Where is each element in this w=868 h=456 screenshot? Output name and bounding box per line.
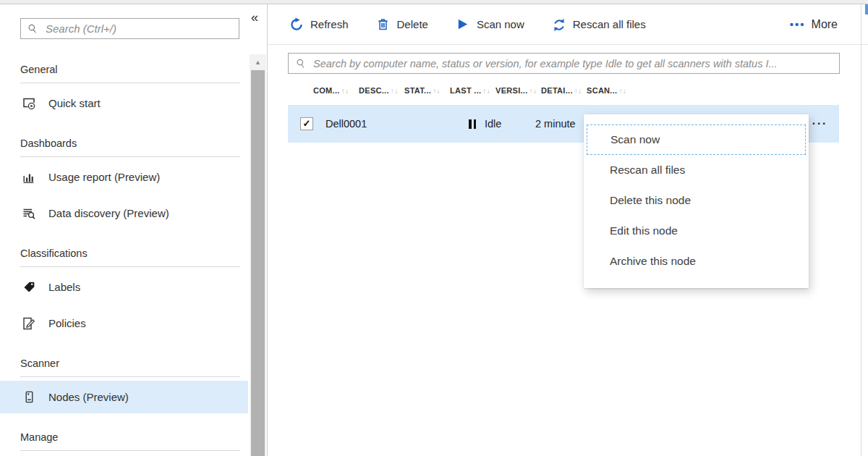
sort-icon: ↑↓ — [618, 87, 626, 95]
play-icon — [456, 17, 470, 32]
more-label: More — [812, 18, 838, 31]
scrollbar-up-icon[interactable]: ▲ — [250, 54, 266, 69]
sidebar-item-label: Policies — [48, 317, 86, 329]
sidebar-item-usage-report[interactable]: Usage report (Preview) — [0, 161, 248, 193]
more-button[interactable]: ••• More — [790, 18, 868, 31]
menu-item-archive-this-node[interactable]: Archive this node — [584, 246, 809, 276]
rescan-all-files-label: Rescan all files — [573, 18, 646, 30]
search-icon — [27, 23, 38, 35]
cell-status: Idle — [469, 105, 501, 143]
menu-item-rescan-all-files[interactable]: Rescan all files — [584, 155, 809, 185]
divider — [20, 266, 240, 267]
scan-now-button[interactable]: Scan now — [456, 17, 524, 32]
row-checkbox[interactable]: ✓ — [300, 117, 313, 130]
sidebar-item-labels[interactable]: Labels — [0, 271, 248, 303]
aip-portal-page: « General Quick start Dashboar — [0, 0, 868, 456]
row-more-icon[interactable]: ··· — [812, 105, 827, 143]
column-header-last-scanned[interactable]: LAST ...↑↓ — [450, 86, 495, 95]
column-header-status[interactable]: STAT...↑↓ — [404, 86, 450, 95]
context-menu: Scan now Rescan all files Delete this no… — [584, 114, 809, 288]
delete-label: Delete — [397, 18, 428, 30]
sort-icon: ↑↓ — [482, 87, 490, 95]
scrollbar-thumb[interactable] — [251, 70, 265, 456]
refresh-icon — [289, 17, 304, 32]
sidebar-collapse-icon[interactable]: « — [251, 11, 258, 24]
sidebar-search-input[interactable] — [44, 22, 233, 35]
table-filter-search-box[interactable] — [288, 53, 840, 74]
cell-last-scanned: 2 minute — [535, 105, 576, 143]
column-header-version[interactable]: VERSI...↑↓ — [495, 86, 541, 95]
search-icon — [295, 58, 307, 69]
sidebar-item-label: Usage report (Preview) — [48, 171, 160, 183]
menu-item-scan-now[interactable]: Scan now — [587, 124, 806, 155]
policies-icon — [22, 316, 36, 331]
scan-now-label: Scan now — [477, 18, 524, 30]
sort-icon: ↑↓ — [574, 87, 582, 95]
delete-button[interactable]: Delete — [376, 17, 428, 32]
column-header-scan[interactable]: SCAN...↑↓ — [587, 86, 632, 95]
sidebar-item-label: Labels — [48, 281, 80, 293]
command-bar: Refresh Delete Scan now Rescan all files — [268, 4, 868, 45]
sort-icon: ↑↓ — [341, 87, 349, 95]
labels-tag-icon — [22, 280, 36, 295]
sidebar-section-manage: Manage Configure analytics (Preview) — [0, 431, 248, 456]
window-scrollbar-sliver — [865, 4, 868, 14]
right-border — [861, 4, 861, 456]
sidebar-nav: General Quick start Dashboards Usage — [0, 59, 248, 456]
sidebar-item-policies[interactable]: Policies — [0, 307, 248, 339]
sort-icon: ↑↓ — [391, 87, 399, 95]
sidebar-scrollbar[interactable]: ▲ — [250, 54, 266, 456]
quick-start-icon — [22, 96, 36, 111]
check-icon: ✓ — [303, 118, 311, 129]
refresh-label: Refresh — [310, 18, 349, 30]
divider — [20, 376, 240, 377]
section-header: Classifications — [20, 248, 248, 261]
sidebar-item-label: Data discovery (Preview) — [48, 207, 169, 219]
usage-report-icon — [22, 170, 36, 185]
data-discovery-icon — [22, 206, 36, 221]
column-header-description[interactable]: DESC...↑↓ — [359, 86, 404, 95]
sidebar-item-label: Nodes (Preview) — [48, 391, 129, 403]
menu-item-edit-this-node[interactable]: Edit this node — [584, 216, 809, 246]
divider — [20, 83, 240, 83]
sort-icon: ↑↓ — [529, 87, 537, 95]
table-filter-input[interactable] — [312, 57, 833, 70]
menu-item-delete-this-node[interactable]: Delete this node — [584, 185, 809, 216]
refresh-button[interactable]: Refresh — [289, 17, 349, 32]
table-header: COM...↑↓ DESC...↑↓ STAT...↑↓ LAST ...↑↓ … — [313, 86, 868, 95]
sidebar-search-box[interactable] — [20, 18, 239, 39]
more-dots-icon: ••• — [790, 18, 806, 30]
divider — [20, 450, 240, 451]
sidebar-item-nodes[interactable]: Nodes (Preview) — [0, 381, 248, 413]
cell-computer-name: Dell0001 — [326, 105, 367, 143]
sidebar-item-label: Quick start — [48, 97, 101, 109]
divider — [20, 156, 240, 157]
status-text: Idle — [485, 118, 501, 130]
rescan-icon — [552, 17, 566, 32]
section-header: General — [20, 64, 248, 77]
sidebar-item-quick-start[interactable]: Quick start — [0, 87, 248, 119]
sidebar: « General Quick start Dashboar — [0, 4, 268, 456]
pause-icon — [469, 119, 478, 129]
nodes-icon — [22, 390, 36, 405]
sidebar-section-general: General Quick start — [0, 64, 248, 119]
section-header: Scanner — [20, 358, 248, 371]
sidebar-item-data-discovery[interactable]: Data discovery (Preview) — [0, 197, 248, 229]
column-header-computer[interactable]: COM...↑↓ — [313, 86, 359, 95]
sidebar-section-classifications: Classifications Labels Policies — [0, 248, 248, 339]
column-header-details[interactable]: DETAI...↑↓ — [541, 86, 587, 95]
sidebar-section-dashboards: Dashboards Usage report (Preview) Data d… — [0, 138, 248, 229]
sidebar-section-scanner: Scanner Nodes (Preview) — [0, 358, 248, 413]
sort-icon: ↑↓ — [433, 87, 441, 95]
rescan-all-files-button[interactable]: Rescan all files — [552, 17, 646, 32]
section-header: Manage — [20, 431, 248, 444]
section-header: Dashboards — [20, 138, 248, 151]
trash-icon — [376, 17, 391, 32]
